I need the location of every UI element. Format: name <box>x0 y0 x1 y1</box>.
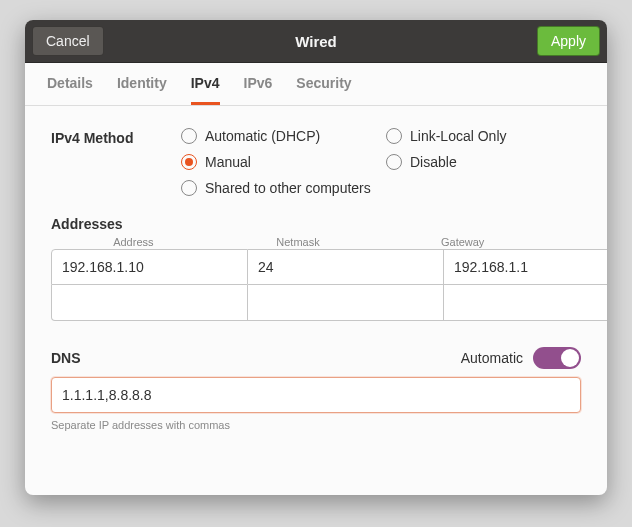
radio-label: Manual <box>205 154 251 170</box>
dns-servers-input[interactable] <box>51 377 581 413</box>
window-title: Wired <box>25 33 607 50</box>
radio-icon <box>386 154 402 170</box>
tab-bar: Details Identity IPv4 IPv6 Security <box>25 63 607 106</box>
radio-label: Link-Local Only <box>410 128 507 144</box>
netmask-input[interactable] <box>248 285 444 321</box>
col-gateway: Gateway <box>380 236 545 248</box>
address-input[interactable] <box>51 249 248 285</box>
address-row <box>51 249 581 285</box>
gateway-input[interactable] <box>444 285 607 321</box>
radio-shared[interactable]: Shared to other computers <box>181 180 581 196</box>
header-bar: Cancel Wired Apply <box>25 20 607 63</box>
ipv4-panel: IPv4 Method Automatic (DHCP) Link-Local … <box>25 106 607 495</box>
gateway-input[interactable] <box>444 249 607 285</box>
radio-disable[interactable]: Disable <box>386 154 581 170</box>
radio-icon <box>181 128 197 144</box>
radio-icon <box>181 154 197 170</box>
tab-identity[interactable]: Identity <box>117 63 167 105</box>
addresses-column-headers: Address Netmask Gateway <box>51 236 581 248</box>
dns-automatic-toggle[interactable] <box>533 347 581 369</box>
radio-automatic-dhcp[interactable]: Automatic (DHCP) <box>181 128 376 144</box>
apply-button[interactable]: Apply <box>537 26 600 56</box>
dns-hint: Separate IP addresses with commas <box>51 419 581 431</box>
radio-icon <box>386 128 402 144</box>
tab-details[interactable]: Details <box>47 63 93 105</box>
tab-ipv6[interactable]: IPv6 <box>244 63 273 105</box>
toggle-knob <box>561 349 579 367</box>
cancel-button[interactable]: Cancel <box>32 26 104 56</box>
col-address: Address <box>51 236 216 248</box>
address-input[interactable] <box>51 285 248 321</box>
radio-label: Automatic (DHCP) <box>205 128 320 144</box>
radio-label: Shared to other computers <box>205 180 371 196</box>
dns-automatic-label: Automatic <box>461 350 523 366</box>
radio-icon <box>181 180 197 196</box>
ipv4-method-label: IPv4 Method <box>51 128 181 196</box>
dns-title: DNS <box>51 350 81 366</box>
addresses-title: Addresses <box>51 216 581 232</box>
tab-security[interactable]: Security <box>296 63 351 105</box>
radio-manual[interactable]: Manual <box>181 154 376 170</box>
radio-link-local-only[interactable]: Link-Local Only <box>386 128 581 144</box>
col-netmask: Netmask <box>216 236 381 248</box>
radio-label: Disable <box>410 154 457 170</box>
netmask-input[interactable] <box>248 249 444 285</box>
address-row <box>51 285 581 321</box>
tab-ipv4[interactable]: IPv4 <box>191 63 220 105</box>
network-settings-dialog: Cancel Wired Apply Details Identity IPv4… <box>25 20 607 495</box>
